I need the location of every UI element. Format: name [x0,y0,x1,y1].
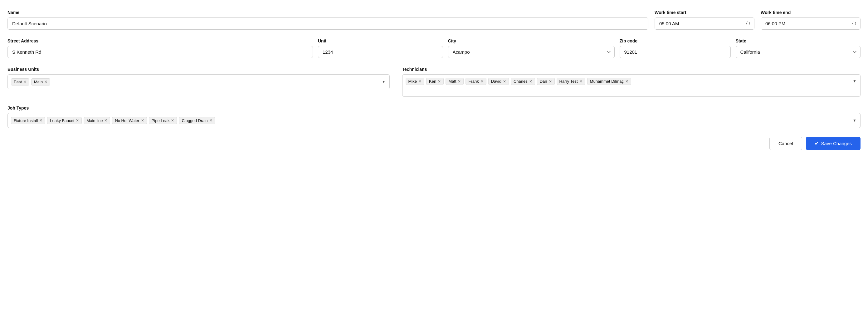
remove-tag-icon[interactable]: ✕ [39,119,42,122]
technician-tag[interactable]: Ken✕ [426,78,444,85]
tag-label: Fixture Install [14,118,38,123]
tag-label: Muhammet Dilmaç [590,79,624,84]
work-time-end-input[interactable] [761,18,861,30]
tag-label: Main line [86,118,103,123]
save-check-icon: ✔ [815,141,819,146]
technicians-multiselect[interactable]: Mike✕Ken✕Matt✕Frank✕David✕Charles✕Dan✕Ha… [402,74,861,97]
unit-label: Unit [318,38,443,43]
business-units-multiselect[interactable]: East✕Main✕▼ [7,74,390,89]
business-unit-tag[interactable]: Main✕ [31,78,50,86]
tag-label: Harry Test [559,79,578,84]
job-types-label: Job Types [7,105,861,111]
job-type-tag[interactable]: Pipe Leak✕ [149,117,177,124]
business-units-dropdown-arrow: ▼ [382,80,385,84]
tag-label: Leaky Faucet [50,118,74,123]
remove-tag-icon[interactable]: ✕ [503,80,506,83]
job-type-tag[interactable]: Clogged Drain✕ [179,117,215,124]
technicians-label: Technicians [402,67,861,72]
remove-tag-icon[interactable]: ✕ [529,80,532,83]
zip-label: Zip code [620,38,731,43]
work-time-start-label: Work time start [655,10,754,15]
remove-tag-icon[interactable]: ✕ [171,119,174,122]
name-input[interactable] [7,18,648,30]
save-label: Save Changes [821,141,852,146]
state-select[interactable]: California [736,46,861,58]
remove-tag-icon[interactable]: ✕ [625,80,628,83]
job-type-tag[interactable]: No Hot Water✕ [112,117,147,124]
business-units-label: Business Units [7,67,390,72]
technician-tag[interactable]: David✕ [488,78,509,85]
tag-label: Clogged Drain [182,118,208,123]
technician-tag[interactable]: Charles✕ [511,78,535,85]
unit-input[interactable] [318,46,443,58]
job-type-tag[interactable]: Main line✕ [84,117,110,124]
state-label: State [736,38,861,43]
remove-tag-icon[interactable]: ✕ [44,80,48,84]
remove-tag-icon[interactable]: ✕ [458,80,461,83]
street-address-label: Street Address [7,38,313,43]
tag-label: No Hot Water [115,118,139,123]
tag-label: Main [34,80,43,84]
remove-tag-icon[interactable]: ✕ [438,80,441,83]
job-types-dropdown-arrow: ▼ [853,118,857,123]
job-type-tag[interactable]: Fixture Install✕ [11,117,45,124]
technician-tag[interactable]: Mike✕ [406,78,424,85]
city-select[interactable]: Acampo [448,46,615,58]
street-address-input[interactable] [7,46,313,58]
technician-tag[interactable]: Dan✕ [537,78,555,85]
tag-label: Matt [448,79,456,84]
tag-label: Mike [408,79,417,84]
tag-label: Charles [514,79,528,84]
job-type-tag[interactable]: Leaky Faucet✕ [47,117,82,124]
work-time-start-input[interactable] [655,18,754,30]
technician-tag[interactable]: Frank✕ [466,78,486,85]
save-button[interactable]: ✔ Save Changes [806,137,861,150]
tag-label: Dan [540,79,547,84]
remove-tag-icon[interactable]: ✕ [209,119,213,122]
name-label: Name [7,10,648,15]
city-label: City [448,38,615,43]
remove-tag-icon[interactable]: ✕ [23,80,27,84]
technician-tag[interactable]: Harry Test✕ [557,78,585,85]
work-time-end-label: Work time end [761,10,861,15]
remove-tag-icon[interactable]: ✕ [418,80,422,83]
tag-label: Pipe Leak [152,118,170,123]
tag-label: Ken [429,79,436,84]
job-types-multiselect[interactable]: Fixture Install✕Leaky Faucet✕Main line✕N… [7,113,861,128]
remove-tag-icon[interactable]: ✕ [76,119,79,122]
zip-input[interactable] [620,46,731,58]
remove-tag-icon[interactable]: ✕ [549,80,552,83]
cancel-button[interactable]: Cancel [769,137,802,150]
technicians-dropdown-arrow: ▼ [853,79,857,83]
remove-tag-icon[interactable]: ✕ [141,119,144,122]
remove-tag-icon[interactable]: ✕ [480,80,484,83]
technician-tag[interactable]: Matt✕ [445,78,464,85]
remove-tag-icon[interactable]: ✕ [579,80,583,83]
tag-label: East [14,80,22,84]
technician-tag[interactable]: Muhammet Dilmaç✕ [587,78,631,85]
tag-label: Frank [468,79,478,84]
remove-tag-icon[interactable]: ✕ [104,119,107,122]
tag-label: David [491,79,501,84]
business-unit-tag[interactable]: East✕ [11,78,29,86]
